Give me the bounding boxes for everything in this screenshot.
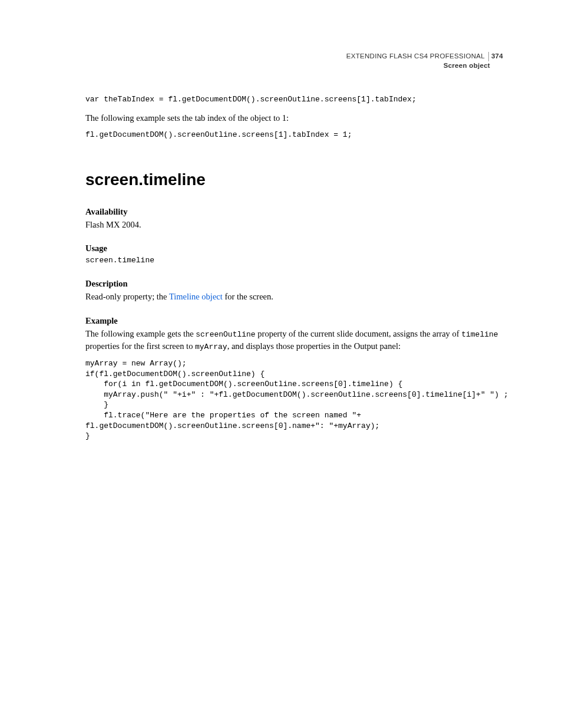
label-usage: Usage <box>85 242 503 254</box>
page: EXTENDING FLASH CS4 PROFESSIONAL374 Scre… <box>0 0 562 728</box>
book-title: EXTENDING FLASH CS4 PROFESSIONAL <box>346 52 489 61</box>
description-pre: Read-only property; the <box>85 292 169 301</box>
example-mid1: property of the current slide document, … <box>256 329 462 338</box>
label-availability: Availability <box>85 206 503 218</box>
code-usage: screen.timeline <box>85 255 503 266</box>
page-number: 374 <box>489 52 503 60</box>
description-post: for the screen. <box>223 292 273 301</box>
code-block-example: myArray = new Array(); if(fl.getDocument… <box>85 358 503 441</box>
inline-code-myarray: myArray <box>195 342 227 351</box>
example-mid2: properties for the first screen to <box>85 341 195 351</box>
text-description: Read-only property; the Timeline object … <box>85 291 503 302</box>
running-header: EXTENDING FLASH CS4 PROFESSIONAL374 Scre… <box>346 52 503 70</box>
code-block-tabindex-set: fl.getDocumentDOM().screenOutline.screen… <box>85 130 503 140</box>
code-block-tabindex-get: var theTabIndex = fl.getDocumentDOM().sc… <box>85 94 503 105</box>
link-timeline-object[interactable]: Timeline object <box>169 292 223 301</box>
api-heading: screen.timeline <box>85 168 503 191</box>
paragraph-set-tabindex: The following example sets the tab index… <box>85 112 503 124</box>
example-pre: The following example gets the <box>85 329 196 338</box>
page-content: var theTabIndex = fl.getDocumentDOM().sc… <box>85 94 503 442</box>
label-example: Example <box>85 315 503 327</box>
header-section: Screen object <box>346 61 503 71</box>
text-availability: Flash MX 2004. <box>85 219 503 230</box>
header-line-1: EXTENDING FLASH CS4 PROFESSIONAL374 <box>346 52 503 61</box>
inline-code-screenoutline: screenOutline <box>196 330 255 339</box>
text-example-intro: The following example gets the screenOut… <box>85 328 503 353</box>
label-description: Description <box>85 278 503 289</box>
inline-code-timeline: timeline <box>461 330 498 339</box>
example-post: , and displays those properties in the O… <box>227 341 401 351</box>
